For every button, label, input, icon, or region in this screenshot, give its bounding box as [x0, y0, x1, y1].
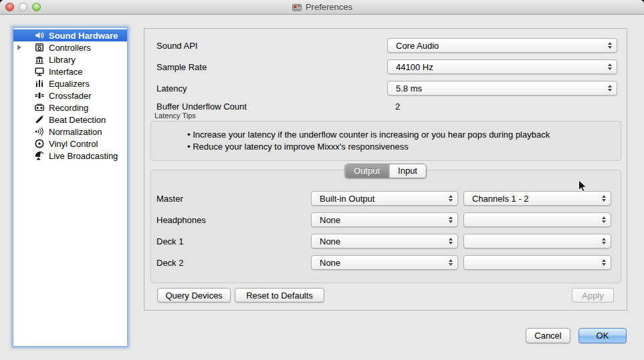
deck2-label: Deck 2 — [156, 258, 183, 268]
apply-button[interactable]: Apply — [572, 288, 614, 303]
preferences-window: Preferences Sound Hardware Controllers L… — [0, 0, 644, 360]
latency-tip: Reduce your latency to improve Mixxx's r… — [187, 141, 614, 153]
latency-dropdown[interactable]: 5.8 ms — [387, 81, 617, 96]
sound-api-dropdown[interactable]: Core Audio — [387, 38, 617, 53]
library-icon — [33, 54, 45, 65]
query-devices-button[interactable]: Query Devices — [157, 288, 231, 303]
deck2-device-value: None — [320, 258, 340, 268]
sidebar-item-beat-detection[interactable]: Beat Detection — [13, 114, 127, 126]
app-icon — [292, 2, 302, 13]
normalization-icon — [33, 126, 45, 137]
monitor-icon — [33, 66, 45, 77]
crossfader-icon — [33, 90, 45, 101]
sidebar-item-label: Controllers — [49, 43, 91, 53]
sidebar-item-label: Live Broadcasting — [49, 151, 118, 161]
sample-rate-label: Sample Rate — [156, 62, 207, 72]
sidebar-item-label: Recording — [49, 103, 88, 113]
sidebar-item-label: Beat Detection — [49, 115, 106, 125]
recorder-icon — [33, 102, 45, 113]
stepper-arrows-icon — [602, 195, 606, 202]
master-device-value: Built-in Output — [320, 194, 374, 204]
headphones-label: Headphones — [156, 215, 206, 225]
headphones-device-dropdown[interactable]: None — [311, 212, 458, 227]
stepper-arrows-icon — [602, 216, 606, 223]
sidebar-item-label: Library — [49, 55, 76, 65]
sound-api-value: Core Audio — [396, 41, 439, 51]
preferences-category-list: Sound Hardware Controllers Library Inter… — [13, 27, 128, 347]
stepper-arrows-icon — [608, 42, 612, 49]
beat-detection-icon — [33, 114, 45, 125]
sidebar-item-controllers[interactable]: Controllers — [13, 41, 127, 53]
io-tab-bar: Output Input — [344, 164, 427, 178]
stepper-arrows-icon — [449, 216, 453, 223]
sidebar-item-vinyl-control[interactable]: Vinyl Control — [13, 138, 127, 150]
latency-value: 5.8 ms — [396, 83, 422, 94]
window-title: Preferences — [306, 2, 352, 12]
latency-label: Latency — [156, 83, 187, 94]
stepper-arrows-icon — [602, 259, 606, 266]
tab-output[interactable]: Output — [345, 164, 389, 178]
deck1-label: Deck 1 — [156, 236, 183, 246]
sidebar-item-label: Vinyl Control — [49, 139, 98, 149]
satellite-icon — [33, 150, 45, 161]
speaker-icon — [33, 30, 45, 41]
sidebar-item-live-broadcasting[interactable]: Live Broadcasting — [13, 150, 127, 162]
deck1-device-value: None — [320, 236, 340, 246]
sidebar-item-recording[interactable]: Recording — [13, 102, 127, 114]
vinyl-icon — [33, 138, 45, 149]
sidebar-item-label: Sound Hardware — [49, 31, 118, 41]
sidebar-item-label: Equalizers — [49, 79, 90, 89]
sound-api-label: Sound API — [156, 41, 197, 51]
sidebar-item-library[interactable]: Library — [13, 53, 127, 65]
stepper-arrows-icon — [449, 259, 453, 266]
master-label: Master — [156, 194, 183, 204]
sidebar-item-crossfader[interactable]: Crossfader — [13, 89, 127, 102]
equalizer-icon — [33, 78, 45, 89]
master-device-dropdown[interactable]: Built-in Output — [311, 191, 458, 206]
stepper-arrows-icon — [449, 238, 453, 244]
sidebar-item-equalizers[interactable]: Equalizers — [13, 77, 127, 89]
stepper-arrows-icon — [449, 195, 453, 202]
tab-input[interactable]: Input — [389, 164, 426, 178]
deck1-device-dropdown[interactable]: None — [311, 234, 458, 248]
cancel-button[interactable]: Cancel — [526, 328, 570, 343]
stepper-arrows-icon — [608, 63, 612, 70]
master-channels-value: Channels 1 - 2 — [472, 194, 529, 204]
headphones-channels-dropdown[interactable] — [463, 212, 611, 227]
sound-hardware-pane: Sound API Core Audio Sample Rate 44100 H… — [144, 28, 627, 311]
sidebar-item-label: Normalization — [49, 127, 102, 137]
sidebar-item-label: Crossfader — [49, 91, 92, 101]
sample-rate-value: 44100 Hz — [396, 62, 433, 72]
headphones-device-value: None — [320, 215, 340, 225]
buffer-underflow-count: 2 — [395, 102, 400, 112]
deck2-channels-dropdown[interactable] — [463, 255, 611, 270]
stepper-arrows-icon — [608, 85, 612, 92]
ok-button[interactable]: OK — [578, 328, 627, 343]
stepper-arrows-icon — [602, 238, 606, 244]
sample-rate-dropdown[interactable]: 44100 Hz — [387, 59, 617, 74]
disclosure-triangle-icon[interactable] — [17, 45, 21, 50]
sidebar-item-label: Interface — [49, 67, 83, 77]
titlebar[interactable]: Preferences — [0, 0, 644, 15]
mouse-cursor-icon — [578, 180, 587, 193]
buffer-underflow-label: Buffer Underflow Count — [156, 102, 247, 112]
deck2-device-dropdown[interactable]: None — [311, 255, 458, 270]
deck1-channels-dropdown[interactable] — [463, 234, 611, 248]
reset-to-defaults-button[interactable]: Reset to Defaults — [235, 288, 324, 303]
master-channels-dropdown[interactable]: Channels 1 - 2 — [463, 191, 611, 206]
sidebar-item-normalization[interactable]: Normalization — [13, 126, 127, 138]
sidebar-item-sound-hardware[interactable]: Sound Hardware — [13, 29, 127, 41]
latency-tip: Increase your latency if the underflow c… — [187, 129, 614, 141]
latency-tips-title: Latency Tips — [154, 112, 196, 120]
controller-icon — [33, 42, 45, 53]
latency-tips-box: Increase your latency if the underflow c… — [150, 121, 621, 161]
sidebar-item-interface[interactable]: Interface — [13, 65, 127, 77]
